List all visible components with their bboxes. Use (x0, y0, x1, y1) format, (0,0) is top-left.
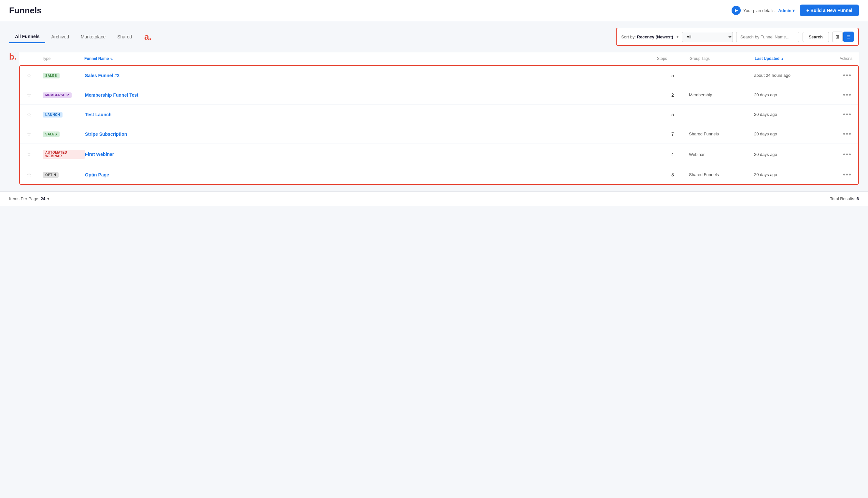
col-funnel-name[interactable]: Funnel Name ⇅ (84, 56, 657, 61)
funnel-name-link[interactable]: Sales Funnel #2 (85, 73, 119, 78)
sort-value: Recency (Newest) (637, 35, 673, 39)
star-cell[interactable]: ☆ (26, 151, 43, 158)
sort-label: Sort by: Recency (Newest) (621, 35, 673, 39)
name-cell: Sales Funnel #2 (85, 73, 656, 78)
actions-cell: ••• (813, 91, 852, 99)
col-type: Type (42, 56, 84, 61)
tab-marketplace[interactable]: Marketplace (75, 31, 111, 43)
actions-cell: ••• (813, 130, 852, 138)
name-cell: Membership Funnel Test (85, 92, 656, 97)
view-toggle: ⊞ ☰ (832, 31, 854, 42)
tabs-and-filter-row: All Funnels Archived Marketplace Shared … (9, 28, 859, 46)
star-cell[interactable]: ☆ (26, 72, 43, 79)
actions-cell: ••• (813, 151, 852, 158)
type-badge: MEMBERSHIP (43, 92, 72, 98)
updated-cell: 20 days ago (754, 92, 813, 97)
type-cell: MEMBERSHIP (43, 92, 85, 98)
steps-cell: 8 (656, 172, 689, 178)
name-cell: Test Launch (85, 112, 656, 117)
items-per-page-label: Items Per Page: 24 (9, 196, 45, 201)
type-badge: AUTOMATED WEBINAR (43, 150, 85, 159)
plan-icon: ▶ (731, 6, 741, 15)
type-cell: OPTIN (43, 172, 85, 178)
page-title: Funnels (9, 5, 42, 16)
header-right: ▶ Your plan details: Admin ▾ + Build a N… (731, 4, 859, 16)
steps-cell: 2 (656, 92, 689, 97)
tabs-group: All Funnels Archived Marketplace Shared (9, 30, 138, 43)
col-steps: Steps (657, 56, 690, 61)
name-cell: Optin Page (85, 172, 656, 178)
filter-bar: Sort by: Recency (Newest) ▾ All Sales Me… (616, 28, 859, 46)
favorite-star-icon[interactable]: ☆ (26, 131, 31, 137)
plan-details-label: Your plan details: (743, 8, 776, 13)
funnel-name-link[interactable]: Optin Page (85, 172, 109, 178)
favorite-star-icon[interactable]: ☆ (26, 92, 31, 98)
favorite-star-icon[interactable]: ☆ (26, 111, 31, 118)
table-container: Type Funnel Name ⇅ Steps Group Tags Last… (19, 52, 859, 185)
plan-details: ▶ Your plan details: Admin ▾ (731, 6, 795, 15)
table-row: ☆ SALES Sales Funnel #2 5 about 24 hours… (20, 66, 858, 85)
updated-cell: 20 days ago (754, 152, 813, 157)
table-row: ☆ OPTIN Optin Page 8 Shared Funnels 20 d… (20, 165, 858, 184)
tags-cell: Shared Funnels (689, 131, 754, 136)
funnel-name-link[interactable]: Stripe Subscription (85, 131, 127, 137)
col-actions: Actions (813, 56, 852, 61)
steps-cell: 4 (656, 152, 689, 157)
sort-dropdown-icon[interactable]: ▾ (676, 35, 678, 39)
actions-cell: ••• (813, 171, 852, 178)
steps-cell: 7 (656, 131, 689, 137)
row-actions-button[interactable]: ••• (843, 171, 852, 178)
search-input[interactable] (736, 32, 799, 42)
tab-archived[interactable]: Archived (45, 31, 75, 43)
row-actions-button[interactable]: ••• (843, 71, 852, 79)
name-cell: Stripe Subscription (85, 131, 656, 137)
list-view-button[interactable]: ☰ (843, 31, 854, 42)
updated-cell: 20 days ago (754, 172, 813, 177)
table-row: ☆ SALES Stripe Subscription 7 Shared Fun… (20, 124, 858, 144)
type-badge: SALES (43, 131, 60, 137)
favorite-star-icon[interactable]: ☆ (26, 172, 31, 178)
tags-cell: Webinar (689, 152, 754, 157)
favorite-star-icon[interactable]: ☆ (26, 151, 31, 158)
row-actions-button[interactable]: ••• (843, 91, 852, 99)
actions-cell: ••• (813, 71, 852, 79)
star-cell[interactable]: ☆ (26, 171, 43, 178)
row-actions-button[interactable]: ••• (843, 151, 852, 158)
col-last-updated[interactable]: Last Updated ▲ (755, 56, 813, 61)
type-badge: SALES (43, 73, 60, 78)
star-cell[interactable]: ☆ (26, 91, 43, 99)
top-header: Funnels ▶ Your plan details: Admin ▾ + B… (0, 0, 868, 21)
type-filter-select[interactable]: All Sales Membership Launch Automated We… (682, 32, 733, 42)
table-row: ☆ AUTOMATED WEBINAR First Webinar 4 Webi… (20, 144, 858, 165)
admin-link[interactable]: Admin ▾ (778, 8, 794, 13)
row-actions-button[interactable]: ••• (843, 130, 852, 138)
row-actions-button[interactable]: ••• (843, 111, 852, 118)
name-cell: First Webinar (85, 152, 656, 157)
funnels-table: ☆ SALES Sales Funnel #2 5 about 24 hours… (19, 65, 859, 185)
actions-cell: ••• (813, 111, 852, 118)
updated-cell: 20 days ago (754, 112, 813, 117)
type-badge: LAUNCH (43, 112, 63, 118)
tab-all-funnels[interactable]: All Funnels (9, 30, 45, 43)
tab-shared[interactable]: Shared (111, 31, 138, 43)
star-cell[interactable]: ☆ (26, 131, 43, 138)
build-new-funnel-button[interactable]: + Build a New Funnel (800, 4, 859, 16)
funnel-name-link[interactable]: First Webinar (85, 152, 114, 157)
table-row: ☆ LAUNCH Test Launch 5 20 days ago ••• (20, 105, 858, 124)
total-results: Total Results: 6 (830, 196, 859, 201)
funnel-name-link[interactable]: Membership Funnel Test (85, 92, 138, 97)
table-header: Type Funnel Name ⇅ Steps Group Tags Last… (19, 52, 859, 65)
favorite-star-icon[interactable]: ☆ (26, 72, 31, 79)
type-cell: SALES (43, 131, 85, 137)
steps-cell: 5 (656, 112, 689, 117)
grid-view-button[interactable]: ⊞ (832, 31, 843, 42)
items-per-page-chevron[interactable]: ▾ (47, 196, 50, 201)
label-b: b. (9, 52, 17, 61)
tags-cell: Shared Funnels (689, 172, 754, 177)
col-group-tags: Group Tags (690, 56, 755, 61)
star-cell[interactable]: ☆ (26, 111, 43, 118)
search-button[interactable]: Search (803, 32, 829, 42)
funnel-name-link[interactable]: Test Launch (85, 112, 111, 117)
type-cell: LAUNCH (43, 112, 85, 118)
bottom-bar: Items Per Page: 24 ▾ Total Results: 6 (0, 192, 868, 206)
